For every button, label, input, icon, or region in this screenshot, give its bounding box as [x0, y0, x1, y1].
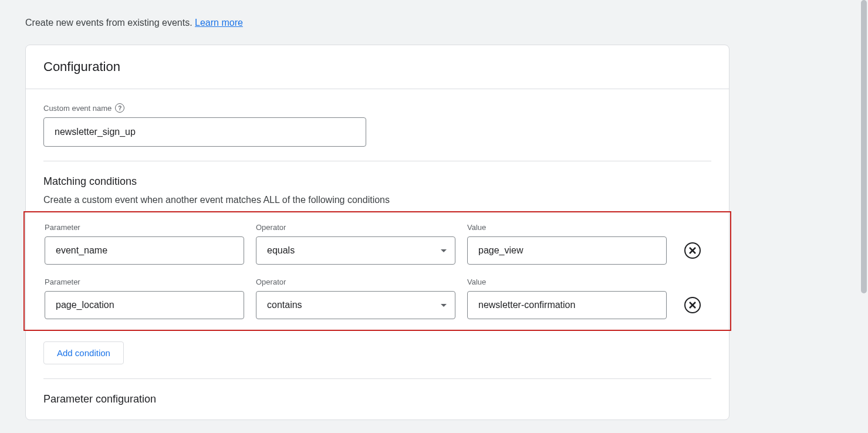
intro-prefix: Create new events from existing events.: [25, 18, 195, 28]
parameter-column: Parameter: [45, 278, 244, 319]
operator-label: Operator: [256, 223, 455, 232]
operator-select-wrap: contains: [256, 291, 455, 319]
parameter-label: Parameter: [45, 223, 244, 232]
custom-event-section: Custom event name ?: [26, 89, 729, 147]
operator-column: Operator contains: [256, 278, 455, 319]
conditions-highlight-box: Parameter Operator equals Value: [23, 211, 731, 331]
condition-row: Parameter Operator contains Valu: [45, 278, 710, 319]
value-column: Value: [467, 278, 667, 319]
page-container: Create new events from existing events. …: [0, 0, 860, 433]
scrollbar-thumb[interactable]: [861, 0, 867, 293]
configuration-card: Configuration Custom event name ? Matchi…: [25, 45, 729, 420]
close-icon: [689, 302, 696, 309]
operator-select[interactable]: equals: [256, 236, 455, 265]
custom-event-label: Custom event name: [43, 104, 112, 113]
parameter-configuration-section: Parameter configuration: [26, 379, 729, 420]
custom-event-field-group: Custom event name ?: [43, 103, 711, 147]
operator-column: Operator equals: [256, 223, 455, 265]
parameter-column: Parameter: [45, 223, 244, 265]
matching-conditions-section: Matching conditions Create a custom even…: [26, 161, 729, 378]
operator-label: Operator: [256, 278, 455, 286]
parameter-input[interactable]: [45, 291, 244, 319]
operator-select-wrap: equals: [256, 236, 455, 265]
label-row: Custom event name ?: [43, 103, 711, 113]
condition-row: Parameter Operator equals Value: [45, 223, 710, 265]
add-condition-button[interactable]: Add condition: [43, 341, 124, 364]
scrollbar-track: [860, 0, 868, 433]
value-input[interactable]: [467, 291, 667, 319]
matching-heading: Matching conditions: [43, 175, 711, 188]
value-input[interactable]: [467, 236, 667, 265]
learn-more-link[interactable]: Learn more: [195, 18, 243, 28]
close-icon: [689, 247, 696, 254]
value-label: Value: [467, 223, 667, 232]
matching-description: Create a custom event when another event…: [43, 195, 711, 205]
remove-condition-button[interactable]: [684, 297, 701, 313]
card-title: Configuration: [43, 59, 711, 75]
parameter-input[interactable]: [45, 236, 244, 265]
operator-select[interactable]: contains: [256, 291, 455, 319]
custom-event-name-input[interactable]: [43, 117, 366, 147]
value-label: Value: [467, 278, 667, 286]
remove-column: [678, 236, 707, 265]
intro-text: Create new events from existing events. …: [0, 0, 860, 28]
help-icon[interactable]: ?: [115, 103, 124, 113]
value-column: Value: [467, 223, 667, 265]
remove-condition-button[interactable]: [684, 242, 701, 259]
card-header: Configuration: [26, 45, 729, 89]
parameter-config-heading: Parameter configuration: [43, 393, 711, 420]
parameter-label: Parameter: [45, 278, 244, 286]
remove-column: [678, 291, 707, 319]
